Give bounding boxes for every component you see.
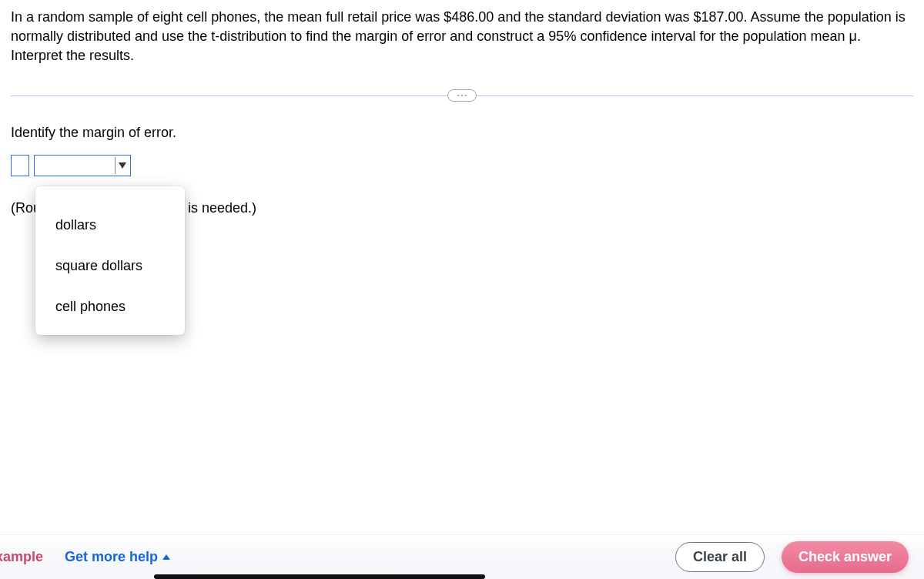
dropdown-toggle[interactable] [115, 157, 129, 174]
horizontal-scrollbar[interactable] [154, 574, 485, 579]
section-divider [0, 88, 924, 103]
rounding-hint-right-fragment: is needed.) [188, 200, 256, 216]
option-dollars[interactable]: dollars [35, 205, 185, 246]
option-cell-phones[interactable]: cell phones [35, 286, 185, 327]
check-answer-button[interactable]: Check answer [782, 541, 909, 573]
option-square-dollars[interactable]: square dollars [35, 246, 185, 286]
units-dropdown[interactable] [34, 155, 131, 176]
example-link[interactable]: xample [0, 549, 43, 565]
problem-statement: In a random sample of eight cell phones,… [0, 0, 924, 66]
expand-pill[interactable] [447, 89, 477, 102]
clear-all-button[interactable]: Clear all [675, 542, 765, 572]
chevron-down-icon [119, 162, 126, 169]
chevron-up-icon [162, 554, 170, 560]
get-more-help-button[interactable]: Get more help [65, 549, 170, 565]
question-prompt: Identify the margin of error. [11, 125, 913, 141]
margin-value-input[interactable] [11, 155, 29, 176]
footer-bar: xample Get more help Clear all Check ans… [0, 534, 924, 579]
units-dropdown-panel: dollars square dollars cell phones [35, 186, 185, 335]
more-help-label: Get more help [65, 549, 158, 565]
